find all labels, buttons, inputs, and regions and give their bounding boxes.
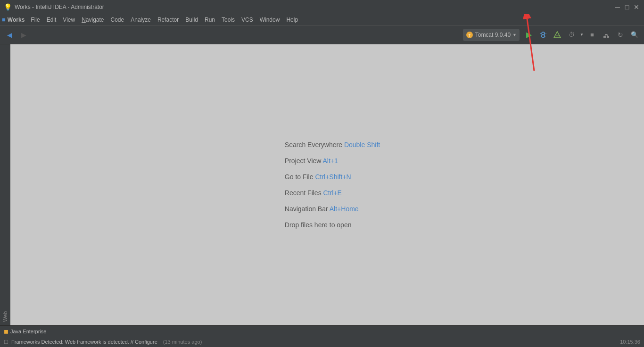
hint-project-shortcut: Alt+1: [323, 157, 338, 165]
close-button[interactable]: ✕: [633, 3, 640, 11]
title-bar-left: 💡 Works - IntelliJ IDEA - Administrator: [4, 3, 104, 11]
main-content-area: Search Everywhere Double Shift Project V…: [10, 44, 644, 325]
minimize-button[interactable]: ─: [614, 3, 621, 11]
svg-text:T: T: [468, 33, 471, 38]
coverage-icon: [553, 31, 561, 39]
menu-bar: ■ Works File Edit View Navigate Code Ana…: [0, 14, 644, 25]
svg-rect-3: [542, 35, 545, 37]
title-bar: 💡 Works - IntelliJ IDEA - Administrator …: [0, 0, 644, 14]
hint-recent-shortcut: Ctrl+E: [323, 189, 342, 197]
menu-file[interactable]: File: [27, 14, 43, 25]
stop-button[interactable]: ■: [586, 28, 599, 41]
debug-button[interactable]: [537, 28, 550, 41]
menu-code[interactable]: Code: [107, 14, 128, 25]
menu-project-name: Works: [7, 17, 27, 23]
run-config-label: Tomcat 9.0.40: [475, 32, 511, 38]
hint-project-view: Project View Alt+1: [285, 157, 380, 165]
menu-help[interactable]: Help: [283, 14, 301, 25]
hint-recent-files: Recent Files Ctrl+E: [285, 189, 380, 197]
hint-go-to-file: Go to File Ctrl+Shift+N: [285, 173, 380, 181]
svg-rect-12: [605, 34, 608, 35]
title-bar-title: Works - IntelliJ IDEA - Administrator: [15, 4, 104, 10]
hint-search-text: Search Everywhere: [285, 141, 344, 149]
svg-line-4: [540, 33, 541, 34]
toolbar: ◀ ▶ T Tomcat 9.0.40 ▼ ▶: [0, 25, 644, 44]
hint-drop-files: Drop files here to open: [285, 221, 380, 229]
title-bar-controls: ─ □ ✕: [614, 3, 640, 11]
debug-icon: [539, 31, 547, 39]
java-enterprise-bar: ◼ Java Enterprise: [0, 325, 644, 337]
menu-vcs[interactable]: VCS: [238, 14, 256, 25]
profiler-icon: ⏱: [569, 31, 575, 38]
status-bar: ☐ Frameworks Detected: Web framework is …: [0, 337, 644, 347]
svg-line-14: [607, 35, 608, 36]
profiler-dropdown-arrow: ▼: [580, 33, 584, 37]
java-enterprise-label: Java Enterprise: [10, 329, 46, 334]
stop-icon: ■: [590, 31, 594, 38]
build-project-button[interactable]: [600, 28, 613, 41]
search-icon: 🔍: [631, 31, 638, 38]
hint-search-shortcut: Double Shift: [344, 141, 380, 149]
coverage-button[interactable]: [551, 28, 564, 41]
search-everywhere-button[interactable]: 🔍: [628, 28, 641, 41]
maximize-button[interactable]: □: [623, 3, 631, 11]
update-project-button[interactable]: ↻: [614, 28, 627, 41]
run-config-selector[interactable]: T Tomcat 9.0.40 ▼: [463, 29, 520, 41]
status-checkbox: ☐: [4, 339, 8, 345]
back-button[interactable]: ◀: [3, 28, 16, 41]
svg-rect-11: [607, 36, 609, 38]
hint-goto-text: Go to File: [285, 173, 315, 181]
menu-tools[interactable]: Tools: [218, 14, 238, 25]
web-sidebar-label[interactable]: Web: [2, 311, 8, 322]
menu-edit[interactable]: Edit: [43, 14, 60, 25]
svg-point-2: [542, 32, 545, 35]
svg-line-5: [545, 33, 546, 34]
status-bar-text: Frameworks Detected: Web framework is de…: [11, 339, 157, 345]
hint-recent-text: Recent Files: [285, 189, 323, 197]
hint-goto-shortcut: Ctrl+Shift+N: [315, 173, 351, 181]
left-sidebar: Web ⊕: [0, 44, 10, 347]
play-icon: ▶: [526, 30, 532, 39]
java-enterprise-icon: ◼: [4, 328, 8, 335]
menu-view[interactable]: View: [59, 14, 78, 25]
run-button[interactable]: ▶: [522, 28, 536, 41]
status-time-ago: (13 minutes ago): [163, 339, 202, 345]
hint-nav-text: Navigation Bar: [285, 205, 330, 213]
menu-project-icon: ■: [2, 16, 6, 23]
profiler-button[interactable]: ⏱: [565, 28, 578, 41]
menu-window[interactable]: Window: [256, 14, 283, 25]
tomcat-icon: T: [466, 31, 473, 39]
hint-drop-text: Drop files here to open: [285, 221, 352, 229]
hint-nav-shortcut: Alt+Home: [330, 205, 359, 213]
svg-line-13: [605, 35, 606, 36]
forward-button[interactable]: ▶: [17, 28, 30, 41]
main-wrapper: Web ⊕ Search Everywhere Double Shift Pro…: [0, 44, 644, 347]
app-icon: 💡: [4, 3, 12, 11]
menu-run[interactable]: Run: [201, 14, 218, 25]
build-icon: [603, 31, 610, 39]
profiler-dropdown-button[interactable]: ▼: [579, 28, 585, 41]
status-time: 10:15:36: [620, 339, 640, 345]
run-config-dropdown-arrow: ▼: [512, 33, 517, 37]
menu-navigate[interactable]: Navigate: [78, 14, 107, 25]
menu-analyze[interactable]: Analyze: [127, 14, 154, 25]
hint-navigation-bar: Navigation Bar Alt+Home: [285, 205, 380, 213]
menu-build[interactable]: Build: [182, 14, 201, 25]
hint-project-text: Project View: [285, 157, 323, 165]
svg-rect-10: [603, 36, 606, 38]
update-icon: ↻: [618, 31, 623, 39]
hint-search-everywhere: Search Everywhere Double Shift: [285, 141, 380, 149]
welcome-hints: Search Everywhere Double Shift Project V…: [285, 141, 380, 229]
menu-refactor[interactable]: Refactor: [154, 14, 182, 25]
